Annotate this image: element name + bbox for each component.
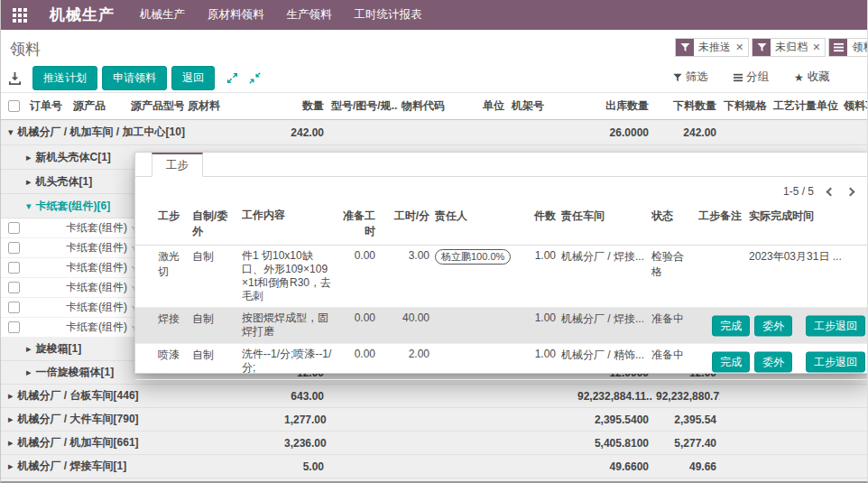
menu-worktime-report[interactable]: 工时统计报表 <box>355 7 422 23</box>
column-model-spec[interactable]: 型号/图号/规... <box>328 98 398 114</box>
col-owner[interactable]: 责任人 <box>435 209 529 224</box>
app-title[interactable]: 机械生产 <box>50 5 115 25</box>
return-button[interactable]: 退回 <box>171 66 215 90</box>
select-all-checkbox[interactable] <box>8 100 20 112</box>
column-cut-spec[interactable]: 下料规格 <box>720 98 770 114</box>
col-pieces[interactable]: 件数 <box>529 209 561 224</box>
group-row[interactable]: 机械分厂 / 焊接车间[1] 5.00 49.6600 49.66 <box>1 455 868 478</box>
outsource-button[interactable]: 委外 <box>754 315 792 336</box>
facet-remove-icon[interactable]: ✕ <box>735 42 743 53</box>
done-button[interactable]: 完成 <box>712 351 750 372</box>
menu-machinery-production[interactable]: 机械生产 <box>140 7 185 23</box>
facet-label: 未归档 <box>775 40 808 55</box>
col-work-content[interactable]: 工作内容 <box>242 209 337 222</box>
group-cut-qty: 242.00 <box>652 126 720 139</box>
col-step[interactable]: 工步 <box>158 209 192 224</box>
column-process-unit[interactable]: 工艺计量单位 <box>770 98 840 114</box>
group-out-qty: 5,405.8100 <box>574 437 652 450</box>
group-row[interactable]: 机械分厂 / 精饰车间[706] 1,244.00 4,449.3100 4,4… <box>1 478 868 483</box>
step-name: 激光切 <box>158 249 192 280</box>
workstep-row[interactable]: 焊接 自制 按图煨焊成型，固焊打磨 0.00 40.00 1.00 机械分厂 /… <box>135 308 868 344</box>
workstep-row[interactable]: 激光切 自制 件1 切10x10缺口、外形109×109×1t和倒角R30，去毛… <box>135 246 868 308</box>
filters-menu-label: 筛选 <box>686 70 708 85</box>
column-source-product[interactable]: 源产品 <box>69 98 127 114</box>
caret-right-icon <box>26 151 36 163</box>
expand-all-icon[interactable] <box>226 72 238 84</box>
column-order-no[interactable]: 订单号 <box>26 98 69 114</box>
step-name: 喷漆 <box>158 348 192 363</box>
facet-not-archived[interactable]: 未归档✕ <box>752 38 826 57</box>
row-checkbox[interactable] <box>8 222 20 234</box>
column-cut-qty[interactable]: 下料数量 <box>652 98 720 114</box>
column-rack-no[interactable]: 机架号 <box>508 98 574 114</box>
step-prep: 0.00 <box>337 249 381 262</box>
facet-not-pushed[interactable]: 未推送✕ <box>675 38 749 57</box>
done-button[interactable]: 完成 <box>712 315 750 336</box>
col-minutes[interactable]: 工时/分 <box>381 209 435 224</box>
step-name: 焊接 <box>158 311 192 327</box>
item-product: 卡纸套(组件) <box>26 260 127 275</box>
download-icon[interactable] <box>8 71 22 85</box>
group-row[interactable]: 机械分厂 / 机加车间[661] 3,236.00 5,405.8100 5,2… <box>1 432 868 455</box>
step-prep: 0.00 <box>337 311 381 324</box>
row-checkbox[interactable] <box>8 242 20 254</box>
group-row[interactable]: 机械分厂 / 台板车间[446] 643.00 92,232,884.11...… <box>1 385 868 408</box>
pager-previous-icon[interactable] <box>826 187 836 196</box>
col-prep-hours[interactable]: 准备工时 <box>337 209 381 239</box>
outsource-button[interactable]: 委外 <box>754 351 792 372</box>
workstep-row[interactable]: 喷漆 自制 洗件--1/分;喷漆--1/分; 0.00 2.00 1.00 机械… <box>135 344 868 380</box>
group-cut-qty: 2,395.54 <box>652 413 720 426</box>
group-out-qty: 92,232,884.11... <box>574 390 652 403</box>
col-note[interactable]: 工步备注 <box>698 209 749 224</box>
request-material-button[interactable]: 申请领料 <box>102 66 167 90</box>
row-checkbox[interactable] <box>8 262 20 274</box>
filters-menu[interactable]: 筛选 <box>673 70 708 85</box>
column-source-model[interactable]: 源产品型号/图... <box>127 98 184 114</box>
search-facets: 未推送✕ 未归档✕ 领料车间 > 源产品 <box>675 38 868 57</box>
step-return-button[interactable]: 工步退回 <box>806 351 865 372</box>
facet-remove-icon[interactable]: ✕ <box>812 42 820 53</box>
app-window: 机械生产 机械生产 原材料领料 生产领料 工时统计报表 领料 未推送✕ 未归档✕ <box>0 0 868 483</box>
column-unit[interactable]: 单位 <box>479 98 508 114</box>
row-checkbox[interactable] <box>8 321 20 333</box>
menu-production-picking[interactable]: 生产领料 <box>287 7 332 23</box>
col-workshop[interactable]: 责任车间 <box>561 209 651 224</box>
facet-groupby[interactable]: 领料车间 > 源产品 <box>828 38 868 57</box>
collapse-all-icon[interactable] <box>249 72 261 84</box>
menu-raw-material-picking[interactable]: 原材料领料 <box>208 7 264 23</box>
column-out-qty[interactable]: 出库数量 <box>574 98 652 114</box>
item-product: 卡纸套(组件) <box>26 320 127 335</box>
item-product: 卡纸套(组件) <box>26 300 127 315</box>
column-qty[interactable]: 数量 <box>281 98 328 114</box>
group-label: 机械分厂 / 机加车间[661] <box>18 436 139 449</box>
caret-down-icon <box>8 125 18 138</box>
group-cut-qty: 92,232,880.71 <box>652 390 720 403</box>
column-material-code[interactable]: 物料代码 <box>398 98 479 114</box>
col-status[interactable]: 状态 <box>651 209 698 224</box>
tab-worksteps[interactable]: 工步 <box>152 153 203 177</box>
group-row[interactable]: 机械分厂 / 大件车间[790] 1,277.00 2,395.5400 2,3… <box>1 408 868 432</box>
group-qty: 3,236.00 <box>281 437 328 450</box>
column-picking-workshop[interactable]: 领料车间 <box>840 98 868 114</box>
favorites-menu-label: 收藏 <box>808 70 830 85</box>
favorites-menu[interactable]: ★ 收藏 <box>794 70 830 85</box>
apps-grid-icon[interactable] <box>13 8 27 23</box>
group-row[interactable]: 机械分厂 / 机加车间 / 加工中心[10] 242.00 26.0000 24… <box>1 120 868 145</box>
push-plan-button[interactable]: 推送计划 <box>32 66 97 90</box>
group-out-qty: 2,395.5400 <box>574 413 652 426</box>
row-checkbox[interactable] <box>8 282 20 293</box>
col-make-or-outsource[interactable]: 自制/委外 <box>192 209 242 239</box>
group-label: 新机头壳体C[1] <box>36 151 111 163</box>
step-return-button[interactable]: 工步退回 <box>806 315 865 336</box>
group-qty: 242.00 <box>281 126 328 139</box>
owner-badge: 杨立鹏100.0% <box>435 249 511 265</box>
column-raw-material[interactable]: 原材料 <box>184 98 281 114</box>
row-checkbox[interactable] <box>8 302 20 313</box>
filter-icon <box>753 39 771 56</box>
col-finish-time[interactable]: 实际完成时间 <box>749 209 857 224</box>
groupby-menu[interactable]: 分组 <box>734 70 769 85</box>
step-status: 准备中 <box>651 348 698 363</box>
pager-range: 1-5 / 5 <box>783 185 814 198</box>
search-options: 筛选 分组 ★ 收藏 <box>673 70 830 85</box>
pager-next-icon[interactable] <box>846 187 855 196</box>
